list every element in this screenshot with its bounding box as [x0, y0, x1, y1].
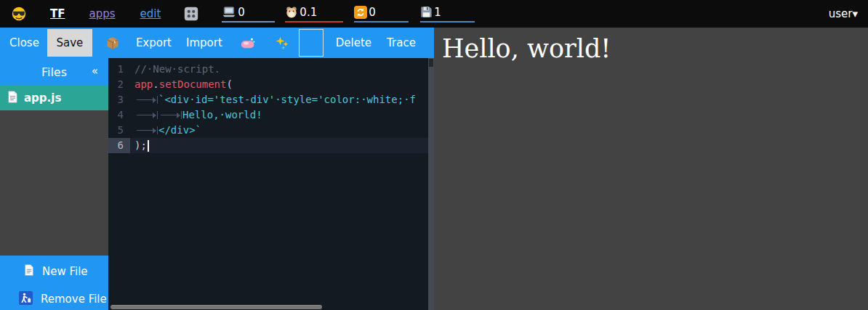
line-number: 5 [108, 123, 130, 138]
code-line-6[interactable]: 6); [108, 138, 434, 153]
stat-hamster-value: 0.1 [300, 6, 317, 19]
new-file-button[interactable]: New File [0, 262, 108, 281]
export-button[interactable]: Export [136, 36, 172, 49]
code-line-3[interactable]: 3`<div·id='test-div'·style='color:·white… [108, 92, 434, 107]
smiley-sunglasses-icon[interactable] [11, 6, 27, 22]
dice-icon[interactable] [183, 6, 199, 22]
line-number: 3 [108, 92, 130, 107]
floppy-icon [420, 6, 433, 18]
soap-icon[interactable] [241, 37, 255, 49]
trace-button[interactable]: Trace [387, 36, 416, 49]
hamster-icon [285, 6, 298, 19]
import-button[interactable]: Import [186, 36, 222, 49]
horizontal-scrollbar[interactable] [110, 305, 322, 309]
vertical-scrollbar-thumb[interactable] [429, 59, 433, 67]
toolbar: Close Save Export Import Delete Trace [0, 28, 434, 58]
remove-file-button[interactable]: Remove File [0, 290, 108, 309]
user-menu[interactable]: user▾ [829, 7, 858, 20]
stat-floppy: 1 [420, 5, 475, 23]
line-number: 1 [108, 62, 130, 77]
tab-marker [134, 92, 158, 107]
stat-laptop: 0 [222, 5, 275, 23]
code-line-4[interactable]: 4Hello,·world! [108, 107, 434, 123]
stat-hamster: 0.1 [285, 5, 343, 23]
delete-button[interactable]: Delete [336, 36, 371, 49]
output-panel: Hello, world! [434, 28, 868, 310]
code-editor[interactable]: 1//·New·script.2app.setDocument(3`<div·i… [108, 58, 434, 310]
file-item-appjs[interactable]: app.js [0, 86, 108, 110]
stat-repeat: 0 [354, 5, 409, 23]
tab-marker [134, 107, 158, 123]
nav-link-apps[interactable]: apps [89, 7, 115, 20]
stat-floppy-value: 1 [434, 6, 441, 19]
package-icon[interactable] [105, 36, 120, 50]
file-sidebar: Files « app.js New File Remove File [0, 58, 108, 310]
nav-link-tf[interactable]: TF [50, 7, 65, 20]
document-icon [7, 91, 18, 106]
stat-repeat-value: 0 [369, 6, 376, 19]
collapse-sidebar-button[interactable]: « [92, 65, 98, 78]
toolbar-empty-box[interactable] [299, 29, 324, 57]
new-file-label: New File [42, 265, 88, 278]
repeat-icon [354, 6, 367, 19]
save-button[interactable]: Save [47, 29, 92, 57]
sidebar-actions: New File Remove File [0, 256, 108, 310]
laptop-icon [222, 6, 236, 18]
code-lines: 1//·New·script.2app.setDocument(3`<div·i… [108, 58, 434, 153]
line-number: 2 [108, 77, 130, 92]
sparkles-icon[interactable] [275, 36, 289, 50]
code-line-1[interactable]: 1//·New·script. [108, 62, 434, 77]
files-header: Files « [0, 58, 108, 86]
code-line-2[interactable]: 2app.setDocument( [108, 77, 434, 92]
tab-marker [158, 107, 182, 123]
vertical-scrollbar[interactable] [428, 58, 434, 310]
topbar: TF apps edit 0 0.1 0 [0, 0, 868, 28]
stat-laptop-value: 0 [238, 6, 245, 19]
line-number: 4 [108, 107, 130, 123]
files-header-label: Files [41, 65, 67, 79]
code-line-5[interactable]: 5</div>` [108, 123, 434, 138]
app-root: TF apps edit 0 0.1 0 [0, 0, 868, 310]
text-cursor [148, 140, 149, 152]
close-button[interactable]: Close [9, 36, 39, 49]
remove-file-icon [19, 291, 33, 308]
rendered-document-text: Hello, world! [434, 28, 868, 63]
file-name: app.js [24, 91, 61, 105]
remove-file-label: Remove File [41, 293, 107, 306]
tab-marker [134, 123, 158, 138]
nav-link-edit[interactable]: edit [140, 7, 161, 20]
line-number: 6 [108, 138, 130, 153]
new-file-icon [24, 264, 34, 279]
